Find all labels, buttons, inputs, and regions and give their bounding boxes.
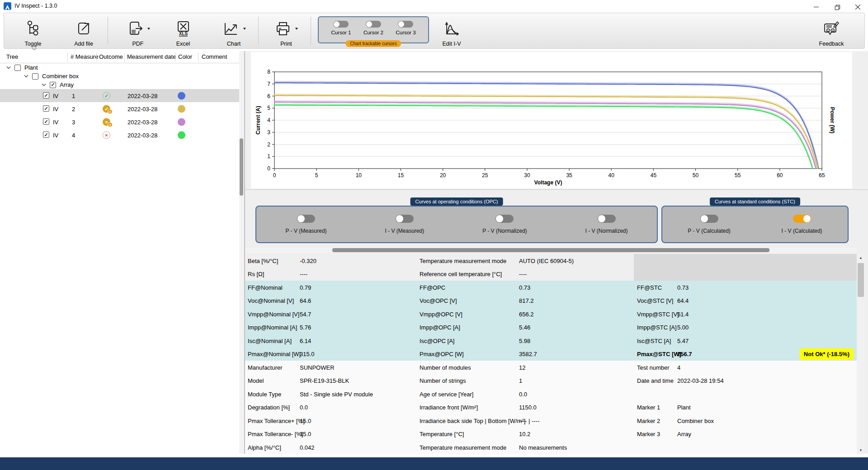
param-value: 0.0 xyxy=(300,404,308,411)
stc-toggle-1[interactable] xyxy=(793,215,811,223)
col-header-comment[interactable]: Comment xyxy=(202,53,227,60)
tree-group-row-plant[interactable]: Plant xyxy=(0,63,239,72)
print-dropdown-caret[interactable]: ▼ xyxy=(294,27,298,31)
feedback-button[interactable]: Feedback xyxy=(812,15,850,47)
param-label: Impp@STC [A] xyxy=(637,324,677,331)
param-value: 5.76 xyxy=(300,324,311,331)
tree-group-row-array[interactable]: ✓Array xyxy=(0,80,239,89)
param-value: Std - Single side PV module xyxy=(300,390,373,397)
hscrollbar-thumb[interactable] xyxy=(332,248,769,252)
col-header-outcome[interactable]: Outcome xyxy=(99,53,123,60)
measurement-color-dot[interactable] xyxy=(178,131,185,139)
toolbar: Toggle Add file ▼ PDF xyxy=(4,13,865,49)
cursor-2-item: Cursor 2 xyxy=(363,17,383,42)
column-separator[interactable] xyxy=(124,52,125,62)
tree-checkbox[interactable]: ✓ xyxy=(43,105,49,112)
edit-iv-button[interactable]: Edit I-V xyxy=(433,15,471,47)
table-horizontal-scrollbar[interactable] xyxy=(245,248,857,253)
tree-measurement-row-3[interactable]: ✓IV3××2022-03-28 xyxy=(0,115,239,128)
cursor-3-toggle[interactable] xyxy=(398,21,413,28)
param-row: Impp@STC [A]5.00 xyxy=(634,321,857,334)
tree-measurement-row-1[interactable]: ✓IV1✓2022-03-28 xyxy=(0,89,239,102)
column-separator[interactable] xyxy=(175,52,176,62)
column-separator[interactable] xyxy=(198,52,198,62)
expander-chevron-icon[interactable] xyxy=(6,66,11,69)
col-header-tree[interactable]: Tree xyxy=(6,53,18,60)
minimize-button[interactable] xyxy=(806,0,826,14)
edit-iv-label: Edit I-V xyxy=(443,41,461,47)
print-button[interactable]: ▼ Print xyxy=(263,15,310,47)
opc-toggle-0[interactable] xyxy=(297,215,315,223)
x-tick-label: 40 xyxy=(609,172,615,179)
pdf-dropdown-caret[interactable]: ▼ xyxy=(146,27,151,31)
y-tick-label: 1 xyxy=(267,153,270,160)
param-label: Test number xyxy=(637,364,670,371)
maximize-button[interactable] xyxy=(826,0,847,14)
param-value: 0.79 xyxy=(300,284,311,291)
toggle-tree-button[interactable]: Toggle xyxy=(14,15,52,47)
col-header-date[interactable]: Measurement date xyxy=(127,53,176,60)
measurement-number: 2 xyxy=(72,105,75,112)
pdf-button[interactable]: ▼ PDF xyxy=(115,15,160,47)
column-separator[interactable] xyxy=(96,52,97,62)
param-row: Marker 1Plant xyxy=(634,401,857,414)
param-value: 315.0 xyxy=(300,351,315,357)
tree-checkbox[interactable]: ✓ xyxy=(43,92,49,99)
measurement-color-dot[interactable] xyxy=(178,105,185,113)
close-button[interactable] xyxy=(847,0,868,14)
expander-chevron-icon[interactable] xyxy=(42,83,46,86)
column-separator[interactable] xyxy=(67,52,68,62)
cursor-1-toggle[interactable] xyxy=(333,21,349,28)
tree-scrollbar[interactable] xyxy=(239,51,244,454)
param-label: Age of service [Year] xyxy=(420,390,473,397)
param-row xyxy=(634,268,857,281)
stc-toggle-item-1: I - V (Calculated) xyxy=(782,215,822,234)
param-row: Vmpp@STC [V]51.4 xyxy=(634,307,857,321)
tree-checkbox[interactable]: ✓ xyxy=(43,118,49,125)
scroll-down-arrow[interactable]: ▼ xyxy=(857,446,865,454)
param-label: Reference cell temperature [°C] xyxy=(420,271,502,277)
param-row: Voc@OPC [V]817.2 xyxy=(417,294,634,308)
tree-checkbox[interactable] xyxy=(14,65,21,71)
tree-checkbox[interactable] xyxy=(32,73,38,80)
tree-group-label: Array xyxy=(60,81,74,88)
tree-checkbox[interactable]: ✓ xyxy=(43,132,49,138)
param-value: 54.7 xyxy=(300,310,311,317)
param-value: 5.00 xyxy=(677,324,689,331)
param-row: Degradation [%]0.0 xyxy=(245,401,417,414)
excel-button[interactable]: XLS Excel xyxy=(164,15,202,47)
tree-measurement-row-2[interactable]: ✓IV2✓×2022-03-28 xyxy=(0,102,239,115)
scroll-up-arrow[interactable]: ▲ xyxy=(857,254,865,262)
param-label: Temperature [°C] xyxy=(420,431,464,437)
chart-dropdown-caret[interactable]: ▼ xyxy=(242,27,246,31)
col-header-measure[interactable]: # Measure xyxy=(71,53,98,60)
cursor-2-toggle[interactable] xyxy=(366,21,381,28)
add-file-button[interactable]: Add file xyxy=(65,15,103,47)
param-value: Combiner box xyxy=(677,417,714,424)
param-label: Pmax@OPC [W] xyxy=(420,351,464,357)
opc-toggle-1[interactable] xyxy=(396,215,414,223)
chart-button[interactable]: ▼ Chart xyxy=(211,15,256,47)
param-row: Isc@STC [A]5.47 xyxy=(634,334,857,348)
measurement-color-dot[interactable] xyxy=(178,92,185,99)
vscrollbar-thumb[interactable] xyxy=(858,263,864,297)
param-value: 5.46 xyxy=(519,324,530,331)
tree-group-row-combiner-box[interactable]: Combiner box xyxy=(0,72,239,80)
opc-panel-title: Curves at operating conditions (OPC) xyxy=(410,197,503,206)
param-label: Irradiance back side Top | Bottom [W/m²] xyxy=(420,417,525,424)
tree-checkbox[interactable]: ✓ xyxy=(50,82,56,88)
measurement-label: IV xyxy=(53,105,58,112)
tree-scrollbar-thumb[interactable] xyxy=(240,138,243,196)
opc-toggle-3[interactable] xyxy=(598,215,616,223)
tree-header-grip-icon[interactable] xyxy=(32,47,37,51)
stc-toggle-0[interactable] xyxy=(700,215,718,223)
expander-chevron-icon[interactable] xyxy=(24,75,28,78)
outcome-icon-pass: ✓ xyxy=(103,92,110,99)
table-vertical-scrollbar[interactable]: ▲ ▼ xyxy=(857,254,865,454)
measurement-color-dot[interactable] xyxy=(178,118,185,126)
section-divider xyxy=(245,189,868,190)
param-row: Temperature [°C]10.2 xyxy=(417,428,634,441)
col-header-color[interactable]: Color xyxy=(178,53,192,60)
opc-toggle-2[interactable] xyxy=(495,215,514,223)
tree-measurement-row-4[interactable]: ✓IV4×2022-03-28 xyxy=(0,128,239,141)
